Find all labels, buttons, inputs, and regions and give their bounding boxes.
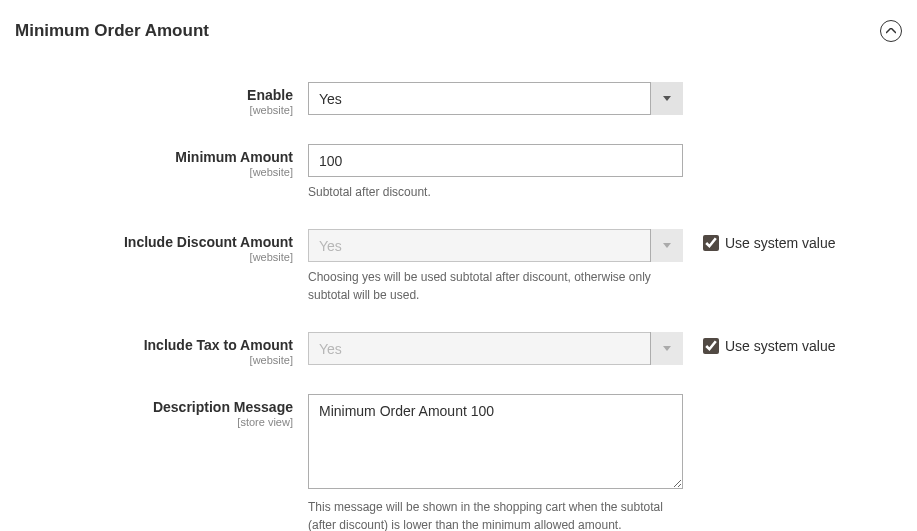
chevron-up-icon bbox=[886, 28, 896, 34]
include-tax-system-checkbox[interactable] bbox=[703, 338, 719, 354]
include-discount-help: Choosing yes will be used subtotal after… bbox=[308, 268, 683, 304]
include-tax-system-label: Use system value bbox=[725, 338, 835, 354]
enable-label: Enable bbox=[247, 87, 293, 103]
collapse-toggle[interactable] bbox=[880, 20, 902, 42]
description-message-textarea[interactable] bbox=[308, 394, 683, 489]
include-discount-system-checkbox-wrapper[interactable]: Use system value bbox=[703, 235, 835, 251]
enable-select[interactable]: Yes bbox=[308, 82, 683, 115]
include-tax-scope: [website] bbox=[15, 354, 293, 366]
description-message-scope: [store view] bbox=[15, 416, 293, 428]
minimum-amount-help: Subtotal after discount. bbox=[308, 183, 683, 201]
description-message-label: Description Message bbox=[153, 399, 293, 415]
include-tax-system-checkbox-wrapper[interactable]: Use system value bbox=[703, 338, 835, 354]
include-discount-select: Yes bbox=[308, 229, 683, 262]
minimum-amount-input[interactable] bbox=[308, 144, 683, 177]
description-message-help: This message will be shown in the shoppi… bbox=[308, 498, 683, 531]
section-title: Minimum Order Amount bbox=[15, 21, 209, 41]
include-discount-label: Include Discount Amount bbox=[124, 234, 293, 250]
include-discount-system-label: Use system value bbox=[725, 235, 835, 251]
include-discount-scope: [website] bbox=[15, 251, 293, 263]
include-discount-system-checkbox[interactable] bbox=[703, 235, 719, 251]
minimum-amount-label: Minimum Amount bbox=[175, 149, 293, 165]
enable-scope: [website] bbox=[15, 104, 293, 116]
include-tax-select: Yes bbox=[308, 332, 683, 365]
include-tax-label: Include Tax to Amount bbox=[144, 337, 293, 353]
minimum-amount-scope: [website] bbox=[15, 166, 293, 178]
